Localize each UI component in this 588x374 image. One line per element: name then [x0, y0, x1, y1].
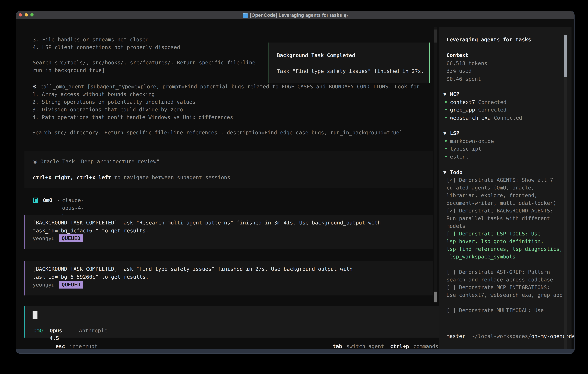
- mcp-item-status: Connected: [478, 107, 506, 113]
- status-badge: QUEUED: [59, 281, 83, 289]
- message-author: yeongyu: [33, 281, 55, 289]
- scrollbar-thumb[interactable]: [434, 291, 437, 302]
- window-title: [OpenCode] Leveraging agents for tasks: [250, 12, 342, 18]
- oracle-hint-keys: ctrl+x right, ctrl+x left: [33, 174, 111, 180]
- app-window: [OpenCode] Leveraging agents for tasks ◐…: [16, 11, 574, 353]
- lsp-heading: LSP: [450, 129, 459, 137]
- minimize-button[interactable]: [25, 13, 28, 17]
- workspace-path: ~/local-workspaces/oh-my-opencode:: [447, 325, 574, 332]
- scrollbar-thumb[interactable]: [434, 30, 437, 42]
- esc-key-label: interrupt: [69, 343, 97, 350]
- chevron-down-icon[interactable]: ▼: [443, 90, 449, 98]
- lsp-item: eslint: [450, 153, 469, 161]
- tool-call-line: Search src/ directory. Return specific f…: [32, 129, 420, 136]
- lsp-item: markdown-oxide: [450, 137, 494, 145]
- mcp-item-name: grep_app: [450, 107, 475, 113]
- close-button[interactable]: [19, 13, 22, 17]
- prompt-input[interactable]: OmO Opus 4.5 Anthropic: [24, 306, 439, 338]
- workspace-branch: master: [447, 332, 465, 340]
- tab-key-hint: tab: [333, 343, 342, 350]
- todo-line: [ ] Demonstrate AST-GREP: Pattern: [447, 268, 550, 276]
- bullet-icon: •: [444, 153, 447, 161]
- tool-call-line: [32, 121, 420, 129]
- tool-call-line: 2. String operations on potentially unde…: [32, 98, 420, 106]
- spinner-dots-icon: ·········: [27, 343, 51, 350]
- message-line: [BACKGROUND TASK COMPLETED] Task "Find t…: [33, 265, 353, 273]
- message-line: [BACKGROUND TASK COMPLETED] Task "Resear…: [33, 219, 381, 227]
- bullet-icon: •: [444, 114, 447, 122]
- chevron-down-icon[interactable]: ▼: [443, 168, 449, 176]
- todo-line: document-writer, multimodal-looker): [447, 199, 556, 207]
- ctrlp-key-hint: ctrl+p: [390, 343, 409, 350]
- bullet-icon: •: [444, 137, 447, 145]
- todo-line: lsp_find_references, lsp_diagnostics,: [447, 245, 563, 253]
- chat-line: run_in_background=true]: [33, 66, 255, 74]
- mcp-item-name: context7: [450, 99, 475, 105]
- agent-name: OmO: [43, 197, 52, 204]
- tool-call-block: ⚙ call_omo_agent [subagent_type=explore,…: [32, 83, 420, 136]
- chat-scrollbar[interactable]: [434, 27, 437, 303]
- chat-line: Search src/tools/, src/hooks/, src/featu…: [33, 59, 255, 66]
- chat-line: 4. LSP client connections not properly d…: [33, 43, 255, 51]
- todo-heading: Todo: [450, 168, 462, 176]
- lsp-item: typescript: [450, 145, 481, 153]
- todo-line: [ ] Demonstrate MCP INTEGRATIONS:: [447, 283, 550, 291]
- mcp-heading: MCP: [450, 90, 459, 98]
- tool-call-line: 1. Array access without bounds checking: [32, 90, 420, 98]
- status-badge: QUEUED: [59, 234, 83, 242]
- message-author: yeongyu: [33, 235, 55, 242]
- input-provider-label: Anthropic: [79, 327, 107, 334]
- progress-glyph-icon: ◐: [344, 12, 348, 18]
- chevron-down-icon[interactable]: ▼: [443, 129, 449, 137]
- message-line: task_id="bg_dcfac161" to get results.: [33, 227, 149, 234]
- folder-icon: [243, 13, 248, 17]
- mcp-item-status: Connected: [478, 99, 506, 105]
- todo-line: Run parallel tasks with different: [447, 215, 550, 222]
- agent-square-icon: [33, 197, 38, 203]
- todo-line: [ ] Demonstrate LSP TOOLS: Use: [447, 230, 541, 238]
- context-used: 33% used: [447, 67, 472, 75]
- oracle-task-box: ◉ Oracle Task "Deep architecture review"…: [24, 151, 433, 188]
- todo-line: lsp_hover, lsp_goto_definition,: [447, 238, 544, 245]
- workspace-path-prefix: ~/local-workspaces/: [472, 333, 531, 339]
- message-line: task_id="bg_6f59260c" to get results.: [33, 273, 149, 281]
- background-task-message: [BACKGROUND TASK COMPLETED] Task "Resear…: [24, 215, 433, 249]
- tab-key-label: switch agent: [346, 343, 384, 350]
- chat-line: [33, 51, 255, 59]
- esc-key-hint: esc: [56, 343, 65, 350]
- oracle-task-title: Oracle Task "Deep architecture review": [40, 158, 160, 165]
- mcp-item-name: websearch_exa: [450, 115, 491, 121]
- background-task-toast: Background Task Completed Task "Find typ…: [269, 42, 430, 83]
- tool-call-line: 4. Path operations that don't handle Win…: [32, 113, 420, 121]
- context-spent: $0.46 spent: [447, 75, 481, 83]
- todo-line: search and replace across codebase: [447, 276, 553, 283]
- todo-line: librarian, explore, frontend,: [447, 191, 537, 199]
- bullet-icon: •: [444, 106, 447, 114]
- zoom-button[interactable]: [30, 13, 33, 17]
- session-title: Leveraging agents for tasks: [447, 36, 531, 43]
- todo-line: Use context7, websearch_exa, grep_app: [447, 291, 563, 299]
- chat-line: 3. File handles or streams not closed: [33, 36, 255, 43]
- scrollbar-thumb[interactable]: [564, 35, 567, 77]
- fisheye-icon: ◉: [33, 158, 37, 165]
- chat-history-top: 3. File handles or streams not closed 4.…: [33, 36, 255, 74]
- ctrlp-key-label: commands: [413, 343, 438, 350]
- bullet-icon: •: [444, 145, 447, 153]
- todo-line: curated agents (OmO, oracle,: [447, 184, 534, 191]
- session-sidebar: Leveraging agents for tasks Context 66,5…: [439, 27, 571, 353]
- separator-dot: ·: [57, 197, 60, 204]
- todo-line: models: [447, 222, 465, 230]
- window-bottom-bezel: [16, 349, 574, 353]
- todo-line: [✓] Demonstrate BACKGROUND AGENTS:: [447, 207, 553, 215]
- input-agent-label: OmO: [33, 327, 43, 334]
- gear-icon: ⚙: [32, 83, 37, 90]
- context-heading: Context: [447, 51, 469, 59]
- todo-line: [✓] Demonstrate AGENTS: Show all 7: [447, 176, 553, 184]
- toast-title: Background Task Completed: [277, 52, 355, 59]
- context-tokens: 66,518 tokens: [447, 59, 487, 67]
- workspace-repo: oh-my-opencode:: [531, 333, 574, 339]
- input-model-label: Opus 4.5: [50, 327, 62, 342]
- text-cursor: [32, 311, 37, 319]
- background-task-message: [BACKGROUND TASK COMPLETED] Task "Find t…: [24, 261, 433, 295]
- sidebar-scrollbar[interactable]: [564, 35, 567, 353]
